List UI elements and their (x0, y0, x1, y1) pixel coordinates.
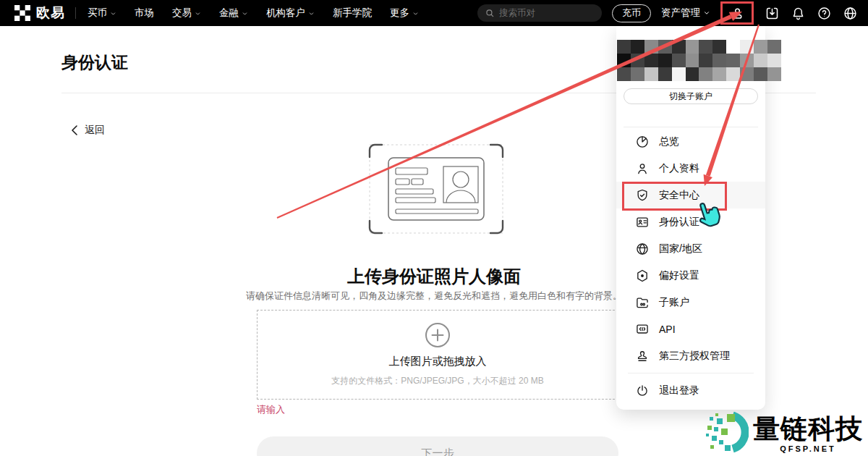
chevron-down-icon (308, 10, 315, 17)
switch-subaccount-button[interactable]: 切换子账户 (624, 88, 758, 104)
globe-icon (635, 242, 650, 256)
profile-icon[interactable] (729, 5, 745, 21)
chevron-down-icon (242, 10, 248, 17)
assets-management-label: 资产管理 (661, 7, 700, 20)
menu-item-sub-accounts[interactable]: 子账户 (616, 289, 765, 316)
menu-item-label: 子账户 (659, 296, 689, 309)
page-title: 身份认证 (61, 51, 128, 74)
search-input[interactable] (499, 8, 586, 18)
mosaic-cell (754, 67, 767, 81)
nav-item-3[interactable]: 金融 (219, 7, 248, 20)
menu-item-label: 总览 (659, 135, 679, 148)
chevron-down-icon (195, 10, 201, 17)
menu-item-label: 第三方授权管理 (659, 350, 730, 363)
mosaic-cell (699, 67, 712, 81)
help-icon[interactable] (816, 5, 832, 21)
mosaic-cell (617, 40, 631, 54)
okx-logo-icon (14, 5, 30, 21)
mosaic-cell (767, 54, 781, 67)
nav-item-5[interactable]: 新手学院 (333, 7, 372, 20)
pie-icon (635, 135, 650, 149)
menu-item-profile[interactable]: 个人资料 (616, 155, 765, 182)
account-dropdown-panel: 切换子账户 总览个人资料安全中心身份认证国家/地区偏好设置子账户API第三方授权… (616, 26, 765, 410)
okx-logo[interactable]: 欧易 (14, 4, 65, 22)
power-icon (635, 384, 650, 398)
menu-item-label: 身份认证 (659, 216, 699, 229)
menu-item-security-center[interactable]: 安全中心 (616, 182, 765, 208)
mosaic-cell (712, 40, 726, 54)
mosaic-cell (672, 54, 686, 67)
nav-item-6[interactable]: 更多 (390, 7, 419, 20)
nav-item-label: 更多 (390, 7, 409, 20)
mosaic-cell (767, 40, 781, 54)
menu-item-identity-verification[interactable]: 身份认证 (616, 208, 765, 235)
mosaic-cell (740, 54, 754, 67)
nav-item-1[interactable]: 市场 (135, 7, 154, 20)
mosaic-cell (658, 54, 672, 67)
mosaic-cell (726, 40, 740, 54)
nav-item-label: 机构客户 (266, 7, 305, 20)
mosaic-cell (617, 54, 631, 67)
menu-item-preferences[interactable]: 偏好设置 (616, 262, 765, 289)
language-globe-icon[interactable] (842, 5, 858, 21)
mosaic-cell (740, 40, 754, 54)
mosaic-cell (617, 67, 631, 81)
search-icon (485, 8, 495, 18)
top-navbar: 欧易 买币市场交易金融机构客户新手学院更多 充币 资产管理 (0, 0, 868, 26)
mosaic-cell (644, 67, 658, 81)
mosaic-cell (631, 67, 644, 81)
mosaic-cell (726, 54, 740, 67)
back-button[interactable]: 返回 (71, 124, 105, 137)
menu-item-label: API (659, 324, 676, 335)
search-box[interactable] (477, 4, 602, 22)
download-app-icon[interactable] (764, 5, 780, 21)
deposit-button[interactable]: 充币 (612, 4, 651, 22)
mosaic-cell (699, 40, 712, 54)
assets-management-menu[interactable]: 资产管理 (661, 7, 710, 20)
okx-identity-verification-page: 欧易 买币市场交易金融机构客户新手学院更多 充币 资产管理 身份认证 (0, 0, 868, 456)
nav-item-label: 市场 (135, 7, 154, 20)
mosaic-cell (754, 54, 767, 67)
menu-item-label: 退出登录 (659, 384, 699, 397)
subaccount-icon (635, 295, 650, 310)
profile-icon-red-highlight-box (720, 1, 754, 25)
mosaic-cell (740, 67, 754, 81)
chevron-down-icon (412, 10, 419, 17)
menu-item-label: 偏好设置 (659, 269, 699, 282)
mosaic-cell (658, 40, 672, 54)
watermark-company-name: 量链科技 (753, 411, 863, 447)
nav-item-0[interactable]: 买币 (88, 7, 116, 20)
nav-item-label: 金融 (219, 7, 239, 20)
chevron-down-icon (110, 10, 116, 17)
menu-item-logout[interactable]: 退出登录 (616, 377, 765, 404)
upload-dropzone[interactable]: 上传图片或拖拽放入 支持的文件格式：PNG/JPEG/JPG，大小不超过 20 … (257, 310, 618, 400)
nav-item-2[interactable]: 交易 (172, 7, 201, 20)
user-icon (635, 161, 650, 176)
menu-item-third-party-auth[interactable]: 第三方授权管理 (616, 342, 765, 369)
watermark-logo-icon (705, 410, 749, 455)
menu-item-label: 个人资料 (659, 162, 699, 175)
dropzone-label: 上传图片或拖拽放入 (389, 355, 487, 368)
censored-account-info-mosaic (617, 40, 781, 81)
mosaic-cell (672, 67, 686, 81)
mosaic-cell (672, 40, 686, 54)
menu-item-label: 安全中心 (659, 189, 699, 202)
menu-item-api[interactable]: API (616, 316, 765, 342)
mosaic-cell (658, 67, 672, 81)
dropdown-divider (624, 127, 758, 127)
mosaic-cell (686, 54, 699, 67)
navbar-right-group: 充币 资产管理 (477, 1, 858, 25)
idcard-icon (635, 215, 650, 229)
stamp-icon (635, 349, 650, 363)
chevron-down-icon (703, 9, 710, 17)
main-nav-menu: 买币市场交易金融机构客户新手学院更多 (88, 7, 419, 20)
mosaic-cell (726, 67, 740, 81)
notifications-bell-icon[interactable] (790, 5, 806, 21)
menu-item-overview[interactable]: 总览 (616, 128, 765, 155)
nav-item-4[interactable]: 机构客户 (266, 7, 315, 20)
next-step-button[interactable]: 下一步 (257, 436, 618, 456)
mosaic-cell (699, 54, 712, 67)
menu-item-label: 国家/地区 (659, 242, 702, 256)
qfsp-watermark: 量链科技 QFSP.NET (705, 410, 863, 455)
menu-item-country-region[interactable]: 国家/地区 (616, 235, 765, 262)
